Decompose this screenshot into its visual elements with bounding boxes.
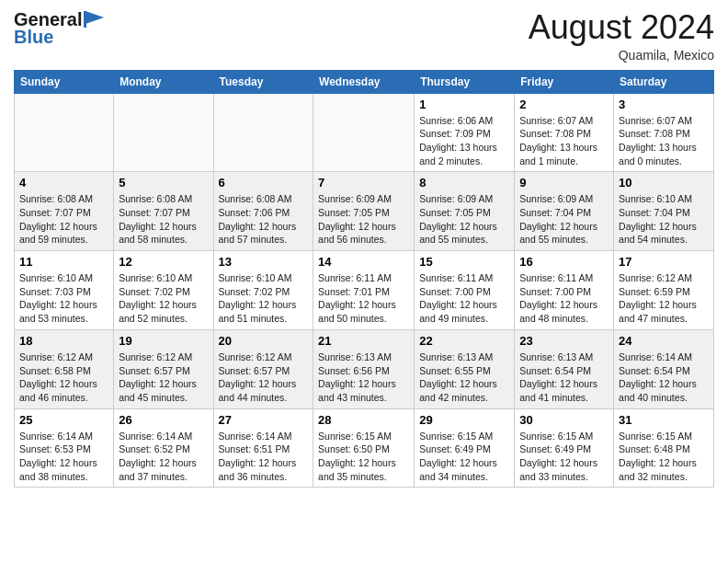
day-number: 28	[318, 413, 409, 427]
calendar-cell	[213, 93, 313, 172]
calendar-week-row: 25Sunrise: 6:14 AMSunset: 6:53 PMDayligh…	[15, 408, 714, 488]
day-number: 6	[219, 176, 309, 190]
calendar-cell: 20Sunrise: 6:12 AMSunset: 6:57 PMDayligh…	[213, 329, 313, 408]
calendar-cell: 22Sunrise: 6:13 AMSunset: 6:55 PMDayligh…	[415, 329, 515, 408]
day-number: 11	[19, 255, 108, 269]
calendar-table: SundayMondayTuesdayWednesdayThursdayFrid…	[14, 70, 714, 488]
day-info: Sunrise: 6:15 AMSunset: 6:49 PMDaylight:…	[519, 430, 609, 484]
day-of-week-header: Tuesday	[213, 70, 313, 93]
calendar-cell: 23Sunrise: 6:13 AMSunset: 6:54 PMDayligh…	[515, 329, 614, 408]
day-number: 25	[19, 413, 108, 427]
calendar-cell: 6Sunrise: 6:08 AMSunset: 7:06 PMDaylight…	[213, 172, 313, 251]
day-number: 16	[519, 255, 609, 269]
day-info: Sunrise: 6:11 AMSunset: 7:00 PMDaylight:…	[519, 271, 609, 326]
day-info: Sunrise: 6:12 AMSunset: 6:59 PMDaylight:…	[619, 271, 709, 326]
day-info: Sunrise: 6:12 AMSunset: 6:57 PMDaylight:…	[119, 350, 208, 405]
day-info: Sunrise: 6:09 AMSunset: 7:05 PMDaylight:…	[419, 192, 509, 247]
calendar-cell: 9Sunrise: 6:09 AMSunset: 7:04 PMDaylight…	[515, 172, 614, 251]
day-info: Sunrise: 6:15 AMSunset: 6:48 PMDaylight:…	[619, 430, 709, 484]
logo: General Blue	[14, 9, 104, 48]
day-info: Sunrise: 6:10 AMSunset: 7:03 PMDaylight:…	[19, 271, 108, 326]
day-number: 1	[419, 98, 509, 111]
day-info: Sunrise: 6:14 AMSunset: 6:51 PMDaylight:…	[219, 430, 309, 484]
day-number: 20	[219, 334, 309, 348]
page-header: General Blue August 2024 Quamila, Mexico	[14, 9, 714, 63]
day-info: Sunrise: 6:12 AMSunset: 6:57 PMDaylight:…	[219, 350, 309, 405]
day-number: 31	[619, 413, 709, 427]
day-number: 22	[419, 334, 509, 348]
calendar-cell: 1Sunrise: 6:06 AMSunset: 7:09 PMDaylight…	[415, 93, 515, 172]
calendar-cell: 7Sunrise: 6:09 AMSunset: 7:05 PMDaylight…	[313, 172, 415, 251]
calendar-cell: 10Sunrise: 6:10 AMSunset: 7:04 PMDayligh…	[614, 172, 714, 251]
day-info: Sunrise: 6:13 AMSunset: 6:54 PMDaylight:…	[519, 350, 609, 405]
day-info: Sunrise: 6:14 AMSunset: 6:53 PMDaylight:…	[19, 430, 108, 484]
calendar-cell: 17Sunrise: 6:12 AMSunset: 6:59 PMDayligh…	[614, 251, 714, 330]
calendar-cell: 31Sunrise: 6:15 AMSunset: 6:48 PMDayligh…	[614, 408, 714, 488]
day-info: Sunrise: 6:09 AMSunset: 7:05 PMDaylight:…	[318, 192, 409, 247]
calendar-cell: 21Sunrise: 6:13 AMSunset: 6:56 PMDayligh…	[313, 329, 415, 408]
calendar-week-row: 4Sunrise: 6:08 AMSunset: 7:07 PMDaylight…	[15, 172, 714, 251]
calendar-cell: 25Sunrise: 6:14 AMSunset: 6:53 PMDayligh…	[15, 408, 114, 488]
calendar-cell	[114, 93, 213, 172]
day-number: 27	[219, 413, 309, 427]
day-of-week-header: Monday	[114, 70, 213, 93]
day-number: 24	[619, 334, 709, 348]
day-number: 13	[219, 255, 309, 269]
day-info: Sunrise: 6:11 AMSunset: 7:00 PMDaylight:…	[419, 271, 509, 326]
day-number: 29	[419, 413, 509, 427]
day-info: Sunrise: 6:12 AMSunset: 6:58 PMDaylight:…	[19, 350, 108, 405]
day-info: Sunrise: 6:15 AMSunset: 6:50 PMDaylight:…	[318, 430, 409, 484]
day-info: Sunrise: 6:10 AMSunset: 7:04 PMDaylight:…	[619, 192, 709, 247]
calendar-week-row: 18Sunrise: 6:12 AMSunset: 6:58 PMDayligh…	[15, 329, 714, 408]
day-number: 15	[419, 255, 509, 269]
day-info: Sunrise: 6:07 AMSunset: 7:08 PMDaylight:…	[619, 114, 709, 168]
day-of-week-header: Wednesday	[313, 70, 415, 93]
day-of-week-header: Sunday	[15, 70, 114, 93]
day-number: 30	[519, 413, 609, 427]
calendar-cell: 3Sunrise: 6:07 AMSunset: 7:08 PMDaylight…	[614, 93, 714, 172]
day-number: 21	[318, 334, 409, 348]
month-title: August 2024	[529, 9, 714, 46]
calendar-cell	[15, 93, 114, 172]
calendar-cell: 11Sunrise: 6:10 AMSunset: 7:03 PMDayligh…	[15, 251, 114, 330]
day-info: Sunrise: 6:11 AMSunset: 7:01 PMDaylight:…	[318, 271, 409, 326]
day-number: 5	[119, 176, 208, 190]
calendar-cell: 13Sunrise: 6:10 AMSunset: 7:02 PMDayligh…	[213, 251, 313, 330]
calendar-cell: 16Sunrise: 6:11 AMSunset: 7:00 PMDayligh…	[515, 251, 614, 330]
calendar-week-row: 1Sunrise: 6:06 AMSunset: 7:09 PMDaylight…	[15, 93, 714, 172]
calendar-cell: 18Sunrise: 6:12 AMSunset: 6:58 PMDayligh…	[15, 329, 114, 408]
day-info: Sunrise: 6:06 AMSunset: 7:09 PMDaylight:…	[419, 114, 509, 168]
day-number: 17	[619, 255, 709, 269]
day-number: 14	[318, 255, 409, 269]
day-info: Sunrise: 6:14 AMSunset: 6:52 PMDaylight:…	[119, 430, 208, 484]
day-number: 26	[119, 413, 208, 427]
svg-rect-1	[84, 11, 86, 28]
calendar-cell: 4Sunrise: 6:08 AMSunset: 7:07 PMDaylight…	[15, 172, 114, 251]
day-info: Sunrise: 6:10 AMSunset: 7:02 PMDaylight:…	[219, 271, 309, 326]
day-number: 2	[519, 98, 609, 111]
calendar-cell: 30Sunrise: 6:15 AMSunset: 6:49 PMDayligh…	[515, 408, 614, 488]
calendar-cell: 24Sunrise: 6:14 AMSunset: 6:54 PMDayligh…	[614, 329, 714, 408]
calendar-cell: 14Sunrise: 6:11 AMSunset: 7:01 PMDayligh…	[313, 251, 415, 330]
calendar-cell: 26Sunrise: 6:14 AMSunset: 6:52 PMDayligh…	[114, 408, 213, 488]
calendar-cell: 28Sunrise: 6:15 AMSunset: 6:50 PMDayligh…	[313, 408, 415, 488]
day-of-week-header: Saturday	[614, 70, 714, 93]
svg-marker-0	[85, 11, 104, 24]
day-number: 8	[419, 176, 509, 190]
logo-blue-text: Blue	[14, 27, 53, 48]
logo-flag-icon	[84, 11, 104, 28]
day-info: Sunrise: 6:10 AMSunset: 7:02 PMDaylight:…	[119, 271, 208, 326]
calendar-cell: 19Sunrise: 6:12 AMSunset: 6:57 PMDayligh…	[114, 329, 213, 408]
day-number: 9	[519, 176, 609, 190]
calendar-cell: 15Sunrise: 6:11 AMSunset: 7:00 PMDayligh…	[415, 251, 515, 330]
calendar-cell: 5Sunrise: 6:08 AMSunset: 7:07 PMDaylight…	[114, 172, 213, 251]
calendar-header-row: SundayMondayTuesdayWednesdayThursdayFrid…	[15, 70, 714, 93]
day-number: 4	[19, 176, 108, 190]
title-block: August 2024 Quamila, Mexico	[529, 9, 714, 63]
day-info: Sunrise: 6:15 AMSunset: 6:49 PMDaylight:…	[419, 430, 509, 484]
day-number: 3	[619, 98, 709, 111]
day-info: Sunrise: 6:08 AMSunset: 7:06 PMDaylight:…	[219, 192, 309, 247]
day-info: Sunrise: 6:09 AMSunset: 7:04 PMDaylight:…	[519, 192, 609, 247]
location-text: Quamila, Mexico	[529, 48, 714, 63]
day-info: Sunrise: 6:14 AMSunset: 6:54 PMDaylight:…	[619, 350, 709, 405]
